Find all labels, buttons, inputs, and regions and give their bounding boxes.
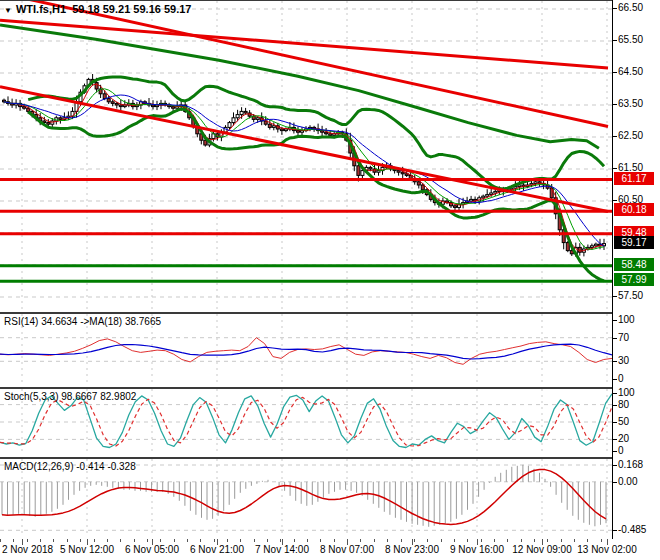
indicator-tick-label: 0.168 xyxy=(618,459,643,470)
price-level-badge: 60.18 xyxy=(614,203,654,216)
indicator-tick-label: 30 xyxy=(618,355,629,366)
axis-tick xyxy=(613,8,617,9)
time-axis[interactable]: 2 Nov 20185 Nov 12:006 Nov 05:006 Nov 21… xyxy=(0,539,660,560)
time-tick xyxy=(174,539,175,542)
time-tick xyxy=(94,539,95,542)
axis-tick xyxy=(613,104,617,105)
axis-tick xyxy=(613,393,617,394)
indicator-tick-label: 20 xyxy=(618,433,629,444)
axis-tick xyxy=(613,405,617,406)
time-tick xyxy=(507,539,508,542)
time-tick xyxy=(120,539,121,542)
time-tick xyxy=(13,539,14,542)
time-label: 6 Nov 05:00 xyxy=(117,544,187,555)
time-tick xyxy=(294,539,295,542)
indicator-tick-label: 0.00 xyxy=(618,476,637,487)
time-tick xyxy=(601,539,602,542)
time-tick xyxy=(374,539,375,542)
macd-pane[interactable]: MACD(12,26,9) -0.414 -0.328 xyxy=(0,458,612,540)
axis-tick xyxy=(613,422,617,423)
indicator-tick-label: 0 xyxy=(618,373,624,384)
time-tick xyxy=(187,539,188,542)
time-tick xyxy=(240,539,241,542)
price-tick-label: 62.50 xyxy=(618,130,643,141)
time-label: 2 Nov 2018 xyxy=(2,544,53,555)
time-tick xyxy=(387,539,388,542)
axis-tick xyxy=(613,200,617,201)
time-tick xyxy=(307,539,308,542)
chart-dropdown-icon[interactable]: ▼ xyxy=(4,6,12,15)
indicator-tick-label: -0.485 xyxy=(618,524,646,535)
indicator-tick-label: 100 xyxy=(618,387,635,398)
axis-tick xyxy=(613,439,617,440)
time-tick xyxy=(467,539,468,542)
time-tick xyxy=(107,539,108,542)
axis-tick xyxy=(613,482,617,483)
price-tick-label: 57.50 xyxy=(618,290,643,301)
price-level-badge: 57.99 xyxy=(614,273,654,286)
time-tick xyxy=(401,539,402,542)
axis-tick xyxy=(613,338,617,339)
time-tick xyxy=(0,539,1,542)
price-level-badge: 59.17 xyxy=(614,236,654,249)
time-label: 5 Nov 12:00 xyxy=(52,544,122,555)
time-label: 8 Nov 07:00 xyxy=(312,544,382,555)
time-tick xyxy=(360,539,361,542)
trading-chart-window: ▼WTI.fs,H1 59.18 59.21 59.16 59.17 RSI(1… xyxy=(0,0,660,560)
price-chart-canvas[interactable] xyxy=(0,1,612,311)
time-label: 7 Nov 14:00 xyxy=(247,544,317,555)
macd-label: MACD(12,26,9) -0.414 -0.328 xyxy=(4,461,136,472)
axis-tick xyxy=(613,465,617,466)
time-tick xyxy=(227,539,228,542)
time-tick xyxy=(80,539,81,542)
price-tick-label: 66.50 xyxy=(618,2,643,13)
indicator-tick-label: 70 xyxy=(618,332,629,343)
time-tick xyxy=(561,539,562,542)
time-label: 12 Nov 09:00 xyxy=(507,544,577,555)
price-tick-label: 63.50 xyxy=(618,98,643,109)
time-tick xyxy=(160,539,161,542)
indicator-tick-label: 100 xyxy=(618,314,635,325)
stochastic-label: Stoch(5,3,3) 98.6667 82.9802 xyxy=(4,391,136,402)
axis-tick xyxy=(613,40,617,41)
indicator-tick-label: 50 xyxy=(618,416,629,427)
time-tick xyxy=(40,539,41,542)
time-tick xyxy=(587,539,588,542)
ohlc-values: 59.18 59.21 59.16 59.17 xyxy=(72,3,191,15)
axis-tick xyxy=(613,361,617,362)
axis-tick xyxy=(613,379,617,380)
axis-tick xyxy=(613,72,617,73)
time-label: 8 Nov 23:00 xyxy=(377,544,447,555)
axis-tick xyxy=(613,320,617,321)
symbol-period-label: WTI.fs,H1 xyxy=(16,3,66,15)
time-tick xyxy=(67,539,68,542)
price-axis[interactable]: 66.5065.5064.5063.5062.5061.5060.5057.50… xyxy=(612,0,660,539)
time-tick xyxy=(200,539,201,542)
time-tick xyxy=(214,539,215,542)
time-tick xyxy=(427,539,428,542)
time-tick xyxy=(534,539,535,542)
price-pane[interactable]: ▼WTI.fs,H1 59.18 59.21 59.16 59.17 xyxy=(0,0,612,313)
price-tick-label: 65.50 xyxy=(618,34,643,45)
time-tick xyxy=(53,539,54,542)
time-tick xyxy=(547,539,548,542)
rsi-pane[interactable]: RSI(14) 34.6634 ->MA(18) 38.7665 xyxy=(0,313,612,388)
time-tick xyxy=(267,539,268,542)
time-tick xyxy=(147,539,148,542)
time-label: 9 Nov 16:00 xyxy=(442,544,512,555)
stochastic-pane[interactable]: Stoch(5,3,3) 98.6667 82.9802 xyxy=(0,388,612,458)
indicator-tick-label: 80 xyxy=(618,399,629,410)
axis-tick xyxy=(613,296,617,297)
price-level-badge: 61.17 xyxy=(614,172,654,185)
rsi-label: RSI(14) 34.6634 ->MA(18) 38.7665 xyxy=(4,316,161,327)
time-tick xyxy=(574,539,575,542)
time-tick xyxy=(494,539,495,542)
time-label: 6 Nov 21:00 xyxy=(182,544,252,555)
axis-tick xyxy=(613,136,617,137)
time-tick xyxy=(454,539,455,542)
chart-title: ▼WTI.fs,H1 59.18 59.21 59.16 59.17 xyxy=(4,3,191,15)
time-tick xyxy=(134,539,135,542)
axis-tick xyxy=(613,168,617,169)
price-level-badge: 58.48 xyxy=(614,258,654,271)
price-tick-label: 64.50 xyxy=(618,66,643,77)
